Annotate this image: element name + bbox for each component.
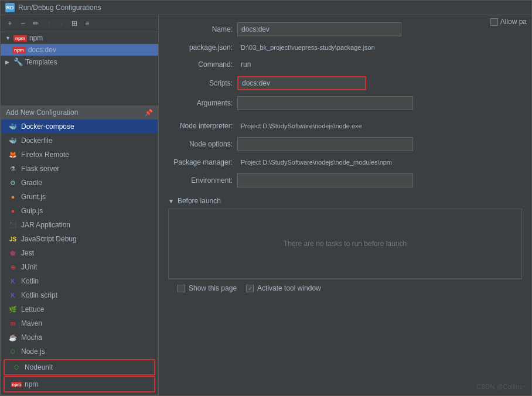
config-item-maven[interactable]: m Maven: [1, 316, 158, 330]
left-panel: + − ✏ ↑ ↓ ⊞ ≡ ▼ npm npm npm docs:de: [1, 15, 159, 395]
config-item-flask[interactable]: ⚗ Flask server: [1, 162, 158, 176]
config-item-jest[interactable]: ⬟ Jest: [1, 246, 158, 260]
templates-group[interactable]: ▶ 🔧 Templates: [1, 56, 158, 68]
config-item-kotlin[interactable]: K Kotlin: [1, 274, 158, 288]
remove-btn[interactable]: −: [17, 18, 29, 29]
config-item-label: Mocha: [21, 333, 42, 342]
app-icon: RD: [5, 3, 15, 12]
sort-btn[interactable]: ≡: [81, 18, 93, 29]
no-tasks-text: There are no tasks to run before launch: [284, 240, 407, 248]
edit-btn[interactable]: ✏: [30, 18, 42, 29]
npm-group[interactable]: ▼ npm npm: [1, 32, 158, 44]
scripts-row: Scripts:: [168, 76, 522, 90]
command-row: Command: run: [168, 59, 522, 70]
config-item-gradle[interactable]: ⚙ Gradle: [1, 176, 158, 190]
package-manager-label: Package manager:: [168, 158, 233, 166]
firefox-icon: 🦊: [8, 150, 18, 159]
config-item-kotlin-script[interactable]: K Kotlin script: [1, 288, 158, 302]
config-item-label: Kotlin script: [21, 291, 57, 299]
config-item-jsdebug[interactable]: JS JavaScript Debug: [1, 232, 158, 246]
config-item-dockerfile[interactable]: 🐳 Dockerfile: [1, 134, 158, 148]
kotlin-script-icon: K: [8, 291, 18, 300]
down-btn[interactable]: ↓: [56, 18, 67, 29]
activate-window-label: Activate tool window: [257, 284, 321, 292]
activate-window-checkbox[interactable]: [246, 285, 254, 292]
show-page-row: Show this page: [178, 284, 237, 292]
config-item-docker-compose[interactable]: 🐳 Docker-compose: [1, 120, 158, 134]
config-item-nodejs[interactable]: ⬡ Node.js: [1, 344, 158, 359]
node-interpreter-row: Node interpreter: Project D:\StudySoftwa…: [168, 121, 522, 131]
left-toolbar: + − ✏ ↑ ↓ ⊞ ≡: [1, 15, 158, 32]
lettuce-icon: 🌿: [8, 305, 18, 314]
config-item-label: JUnit: [21, 263, 37, 271]
before-launch-area: There are no tasks to run before launch: [168, 209, 522, 279]
node-interpreter-value: Project D:\StudySoftware\nodejs\node.exe: [237, 121, 522, 131]
config-item-label: JavaScript Debug: [21, 235, 77, 243]
flask-icon: ⚗: [8, 164, 18, 173]
main-content: + − ✏ ↑ ↓ ⊞ ≡ ▼ npm npm npm docs:de: [1, 15, 531, 395]
config-item-nodeunit[interactable]: ⬡ Nodeunit: [4, 359, 155, 375]
arguments-input[interactable]: [237, 96, 413, 110]
allow-parallel-checkbox[interactable]: [490, 18, 498, 26]
config-item-label: Maven: [21, 319, 42, 327]
gulp-icon: ●: [8, 206, 18, 216]
config-item-label: Jest: [21, 249, 34, 257]
add-config-title: Add New Configuration: [6, 108, 78, 117]
name-input[interactable]: [237, 22, 401, 36]
junit-icon: ⊕: [8, 262, 18, 272]
package-json-label: package.json:: [168, 43, 233, 52]
show-page-checkbox[interactable]: [178, 285, 185, 292]
pin-icon: 📌: [145, 109, 153, 117]
command-label: Command:: [168, 60, 233, 69]
config-item-jar[interactable]: ⬛ JAR Application: [1, 218, 158, 232]
environment-input[interactable]: [237, 173, 413, 187]
docs-dev-icon: npm: [12, 47, 26, 53]
config-item-label: Kotlin: [21, 277, 39, 285]
environment-row: Environment:: [168, 173, 522, 187]
node-options-row: Node options:: [168, 137, 522, 151]
config-item-label: Gulp.js: [21, 207, 43, 215]
config-item-gulp[interactable]: ● Gulp.js: [1, 204, 158, 218]
templates-icon: 🔧: [13, 57, 23, 66]
up-btn[interactable]: ↑: [43, 18, 54, 29]
node-options-input[interactable]: [237, 137, 413, 151]
scripts-input[interactable]: [237, 76, 366, 90]
docs-dev-label: docs:dev: [28, 46, 56, 54]
docs-dev-item[interactable]: npm docs:dev: [1, 44, 158, 56]
add-config-dropdown: Add New Configuration 📌 🐳 Docker-compose…: [1, 105, 158, 395]
config-item-mocha[interactable]: ☕ Mocha: [1, 330, 158, 344]
copy-btn[interactable]: ⊞: [69, 18, 80, 29]
config-item-firefox[interactable]: 🦊 Firefox Remote: [1, 148, 158, 162]
window-title: Run/Debug Configurations: [18, 4, 101, 12]
config-item-label: Firefox Remote: [21, 151, 69, 159]
jest-icon: ⬟: [8, 248, 18, 258]
config-item-lettuce[interactable]: 🌿 Lettuce: [1, 302, 158, 316]
arguments-label: Arguments:: [168, 99, 233, 107]
environment-label: Environment:: [168, 176, 233, 185]
config-item-junit[interactable]: ⊕ JUnit: [1, 260, 158, 274]
scripts-label: Scripts:: [168, 79, 233, 87]
add-config-header: Add New Configuration 📌: [1, 106, 158, 120]
npm-config-icon: npm: [12, 380, 21, 389]
dockerfile-icon: 🐳: [8, 136, 18, 145]
package-manager-value: Project D:\StudySoftware\nodejs\node_mod…: [237, 157, 522, 168]
node-interpreter-label: Node interpreter:: [168, 122, 233, 130]
config-item-label: Docker-compose: [21, 122, 74, 131]
grunt-icon: ●: [8, 192, 18, 202]
config-item-npm[interactable]: npm npm: [4, 376, 155, 392]
config-item-label: Node.js: [21, 347, 45, 356]
mocha-icon: ☕: [8, 333, 18, 342]
templates-label: Templates: [25, 58, 57, 66]
show-page-label: Show this page: [189, 284, 237, 292]
before-launch-label: Before launch: [178, 197, 221, 205]
before-launch-arrow: ▼: [168, 198, 174, 204]
add-btn[interactable]: +: [4, 18, 16, 29]
main-window: RD Run/Debug Configurations + − ✏ ↑ ↓ ⊞ …: [0, 0, 532, 396]
watermark: CSDN @Collins~: [476, 383, 526, 390]
right-panel: Allow pa Name: package.json: D:\03_bk_pr…: [159, 15, 531, 395]
config-item-grunt[interactable]: ● Grunt.js: [1, 190, 158, 204]
expand-arrow: ▼: [5, 35, 11, 41]
allow-parallel-label: Allow pa: [500, 18, 527, 26]
config-item-label: Dockerfile: [21, 136, 52, 145]
gradle-icon: ⚙: [8, 178, 18, 187]
